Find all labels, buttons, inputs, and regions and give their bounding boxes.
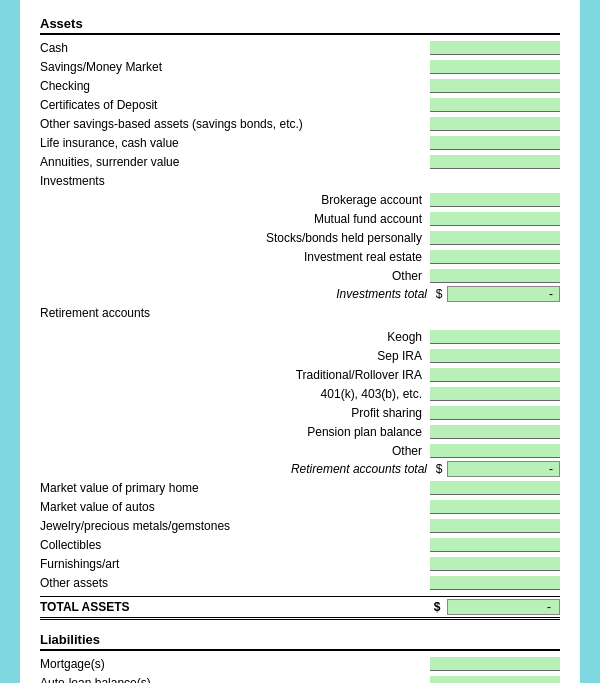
asset-bottom-row-input[interactable] (430, 481, 560, 495)
asset-bottom-row: Furnishings/art (40, 555, 560, 573)
asset-row-input[interactable] (430, 41, 560, 55)
investment-row-input[interactable] (430, 193, 560, 207)
liability-row: Mortgage(s) (40, 655, 560, 673)
liabilities-title: Liabilities (40, 632, 560, 651)
total-assets-input[interactable]: - (447, 599, 560, 615)
asset-bottom-row-label: Market value of primary home (40, 481, 430, 495)
asset-row-input[interactable] (430, 155, 560, 169)
retirement-total-label: Retirement accounts total (291, 462, 431, 476)
retirement-row-input[interactable] (430, 349, 560, 363)
asset-row-input[interactable] (430, 117, 560, 131)
retirement-dollar: $ (431, 462, 447, 476)
investment-row-input[interactable] (430, 269, 560, 283)
asset-bottom-row: Market value of primary home (40, 479, 560, 497)
asset-bottom-row-input[interactable] (430, 538, 560, 552)
total-assets-value: - (547, 600, 551, 614)
retirement-row-input[interactable] (430, 368, 560, 382)
asset-row-label: Checking (40, 79, 430, 93)
retirement-label: Retirement accounts (40, 306, 560, 320)
asset-bottom-row-label: Jewelry/precious metals/gemstones (40, 519, 430, 533)
retirement-row-label: Other (40, 444, 430, 458)
asset-bottom-row: Collectibles (40, 536, 560, 554)
retirement-row-label: 401(k), 403(b), etc. (40, 387, 430, 401)
investment-row-label: Other (40, 269, 430, 283)
asset-row-label: Life insurance, cash value (40, 136, 430, 150)
investments-total-row: Investments total $ - (40, 286, 560, 302)
investments-total-value: - (549, 287, 553, 301)
asset-row-input[interactable] (430, 79, 560, 93)
investment-row-label: Brokerage account (40, 193, 430, 207)
asset-bottom-row-input[interactable] (430, 576, 560, 590)
investment-row: Investment real estate (40, 248, 560, 266)
total-assets-row: TOTAL ASSETS $ - (40, 596, 560, 620)
asset-bottom-row-label: Other assets (40, 576, 430, 590)
retirement-row: Keogh (40, 328, 560, 346)
assets-title: Assets (40, 16, 560, 35)
asset-bottom-row-input[interactable] (430, 500, 560, 514)
retirement-row-input[interactable] (430, 444, 560, 458)
retirement-row: Sep IRA (40, 347, 560, 365)
investments-dollar: $ (431, 287, 447, 301)
liability-row-label: Mortgage(s) (40, 657, 430, 671)
asset-row-input[interactable] (430, 136, 560, 150)
asset-bottom-row: Market value of autos (40, 498, 560, 516)
asset-bottom-row: Jewelry/precious metals/gemstones (40, 517, 560, 535)
investment-row: Other (40, 267, 560, 285)
liability-row-label: Auto-loan balance(s) (40, 676, 430, 683)
balance-sheet: Assets Cash Savings/Money Market Checkin… (20, 0, 580, 683)
retirement-total-row: Retirement accounts total $ - (40, 461, 560, 477)
investments-total-label: Investments total (336, 287, 431, 301)
retirement-row-input[interactable] (430, 406, 560, 420)
total-assets-right: $ - (427, 599, 560, 615)
liability-row: Auto-loan balance(s) (40, 674, 560, 683)
retirement-row-label: Traditional/Rollover IRA (40, 368, 430, 382)
asset-bottom-row-label: Collectibles (40, 538, 430, 552)
investments-total-input[interactable]: - (447, 286, 560, 302)
asset-row-label: Cash (40, 41, 430, 55)
asset-bottom-row-input[interactable] (430, 519, 560, 533)
liability-row-input[interactable] (430, 657, 560, 671)
total-assets-label: TOTAL ASSETS (40, 600, 130, 614)
investment-row-label: Stocks/bonds held personally (40, 231, 430, 245)
retirement-row: Pension plan balance (40, 423, 560, 441)
retirement-title-row: Retirement accounts (40, 304, 560, 322)
asset-row-label: Certificates of Deposit (40, 98, 430, 112)
retirement-row-input[interactable] (430, 425, 560, 439)
retirement-row-label: Profit sharing (40, 406, 430, 420)
asset-row: Other savings-based assets (savings bond… (40, 115, 560, 133)
asset-row: Certificates of Deposit (40, 96, 560, 114)
asset-row: Cash (40, 39, 560, 57)
retirement-total-input[interactable]: - (447, 461, 560, 477)
investment-row-input[interactable] (430, 250, 560, 264)
investment-row-input[interactable] (430, 231, 560, 245)
retirement-row-label: Keogh (40, 330, 430, 344)
investments-title-row: Investments (40, 172, 560, 190)
asset-row-input[interactable] (430, 98, 560, 112)
retirement-row: Other (40, 442, 560, 460)
asset-row: Life insurance, cash value (40, 134, 560, 152)
asset-row-label: Other savings-based assets (savings bond… (40, 117, 430, 131)
asset-bottom-row-label: Market value of autos (40, 500, 430, 514)
retirement-row-input[interactable] (430, 330, 560, 344)
retirement-row: 401(k), 403(b), etc. (40, 385, 560, 403)
investment-row-input[interactable] (430, 212, 560, 226)
asset-row-label: Annuities, surrender value (40, 155, 430, 169)
retirement-total-value: - (549, 462, 553, 476)
investment-row: Stocks/bonds held personally (40, 229, 560, 247)
investment-row-label: Investment real estate (40, 250, 430, 264)
asset-bottom-row-input[interactable] (430, 557, 560, 571)
investment-row-label: Mutual fund account (40, 212, 430, 226)
asset-bottom-row-label: Furnishings/art (40, 557, 430, 571)
liability-row-input[interactable] (430, 676, 560, 683)
asset-row: Savings/Money Market (40, 58, 560, 76)
investment-row: Mutual fund account (40, 210, 560, 228)
retirement-row-label: Pension plan balance (40, 425, 430, 439)
asset-row-label: Savings/Money Market (40, 60, 430, 74)
asset-row: Checking (40, 77, 560, 95)
total-assets-dollar: $ (427, 600, 447, 614)
asset-row-input[interactable] (430, 60, 560, 74)
investments-label: Investments (40, 174, 560, 188)
asset-bottom-row: Other assets (40, 574, 560, 592)
retirement-row-input[interactable] (430, 387, 560, 401)
retirement-row-label: Sep IRA (40, 349, 430, 363)
